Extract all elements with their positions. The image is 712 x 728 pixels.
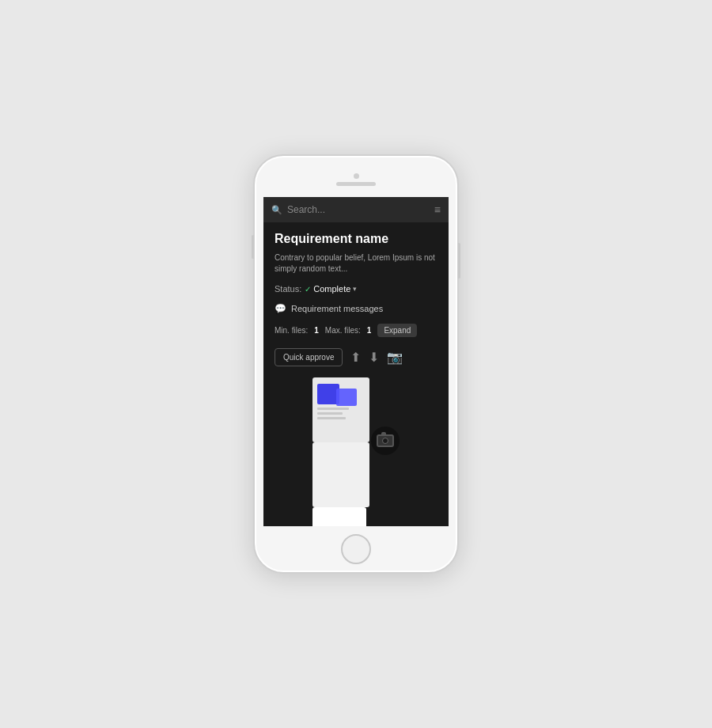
status-label: Status: xyxy=(275,284,301,294)
phone-screen: 🔍 Search... ≡ Requirement name Contrary … xyxy=(263,197,449,526)
camera-lens xyxy=(382,438,388,444)
upload-icon[interactable]: ⬆ xyxy=(350,350,361,365)
phone-bottom-bar xyxy=(255,526,457,572)
camera-body xyxy=(377,434,394,447)
main-content: Requirement name Contrary to popular bel… xyxy=(263,222,449,526)
action-icons: ⬆ ⬇ 📷 xyxy=(350,350,403,365)
illustration-area xyxy=(275,377,437,457)
phone-top-bar xyxy=(255,156,457,197)
doc-page-mid xyxy=(312,442,369,507)
quick-approve-button[interactable]: Quick approve xyxy=(275,348,343,366)
status-value[interactable]: ✓ Complete ▾ xyxy=(305,284,357,294)
camera-capture-icon[interactable]: 📷 xyxy=(387,350,403,365)
requirement-title: Requirement name xyxy=(275,232,437,246)
camera-bump xyxy=(381,432,386,434)
requirement-description: Contrary to popular belief, Lorem Ipsum … xyxy=(275,252,437,275)
phone-device: 🔍 Search... ≡ Requirement name Contrary … xyxy=(253,154,459,574)
download-icon[interactable]: ⬇ xyxy=(369,350,379,365)
check-icon: ✓ xyxy=(305,285,311,294)
status-text: Complete xyxy=(313,284,350,294)
message-icon: 💬 xyxy=(275,303,286,314)
search-bar[interactable]: 🔍 Search... ≡ xyxy=(263,197,449,222)
min-files-value: 1 xyxy=(314,326,319,335)
home-button[interactable] xyxy=(341,534,371,564)
expand-button[interactable]: Expand xyxy=(377,324,417,337)
search-icon: 🔍 xyxy=(271,205,282,215)
status-row: Status: ✓ Complete ▾ xyxy=(275,284,437,294)
filter-icon[interactable]: ≡ xyxy=(434,203,441,216)
max-files-value: 1 xyxy=(367,326,372,335)
dropdown-arrow-icon: ▾ xyxy=(353,285,357,293)
search-input[interactable]: Search... xyxy=(287,204,430,215)
doc-page-front xyxy=(312,507,366,526)
files-row: Min. files: 1 Max. files: 1 Expand xyxy=(275,324,437,337)
screen-content: 🔍 Search... ≡ Requirement name Contrary … xyxy=(263,197,449,526)
min-files-label: Min. files: xyxy=(275,326,308,335)
camera-overlay-icon xyxy=(371,427,400,455)
action-row: Quick approve ⬆ ⬇ 📷 xyxy=(275,348,437,366)
front-camera xyxy=(354,173,359,179)
max-files-label: Max. files: xyxy=(325,326,361,335)
document-illustration xyxy=(312,377,400,457)
messages-label: Requirement messages xyxy=(291,304,383,313)
speaker xyxy=(336,182,376,186)
messages-row[interactable]: 💬 Requirement messages xyxy=(275,303,437,314)
